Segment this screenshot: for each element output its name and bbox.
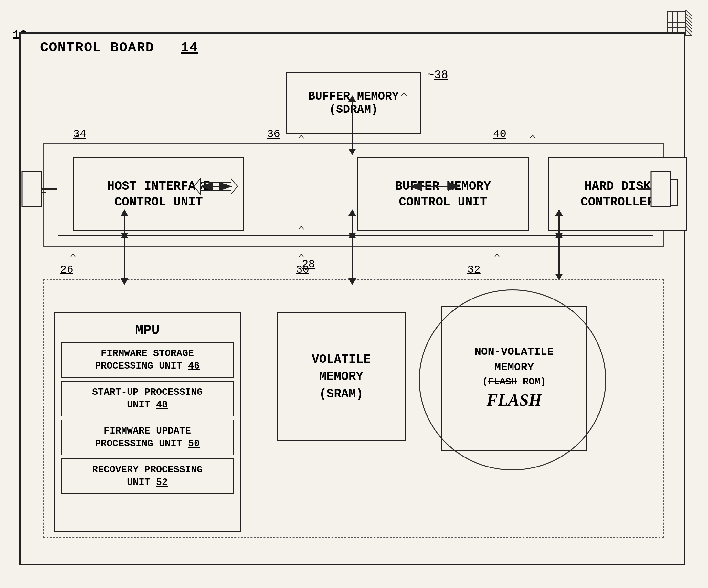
buffer-memory-ctrl-block: BUFFER MEMORY CONTROL UNIT [357, 157, 529, 231]
host-connector-left [28, 176, 46, 210]
page: 10 CONTROL BOARD 14 BUFFER MEMORY (SDRAM… [0, 0, 708, 588]
firmware-storage-line2: PROCESSING UNIT [95, 360, 182, 372]
nonvolatile-line3: (FLASH ROM) [482, 375, 546, 389]
volatile-line2: MEMORY [312, 368, 371, 385]
volatile-memory-block: VOLATILE MEMORY (SRAM) [276, 312, 406, 441]
startup-ref: 48 [156, 399, 168, 410]
startup-processing-block: START-UP PROCESSING UNIT 48 [61, 381, 234, 416]
flash-strikethrough: FLASH [488, 376, 517, 387]
buffer-memory-ctrl-line1: BUFFER MEMORY [395, 178, 491, 194]
firmware-storage-line1: FIRMWARE STORAGE [101, 348, 194, 359]
svg-line-13 [685, 29, 692, 35]
board-title: CONTROL BOARD 14 [40, 40, 198, 56]
svg-rect-0 [668, 11, 685, 32]
flash-label: FLASH [486, 389, 542, 412]
mpu-block: MPU FIRMWARE STORAGE PROCESSING UNIT 46 … [54, 312, 241, 532]
host-interface-line1: HOST INTERFACE [107, 178, 210, 194]
ref-38: ~38 [427, 68, 448, 82]
ref-40: 40 [493, 128, 506, 140]
mpu-label: MPU [135, 323, 159, 338]
startup-line1: START-UP PROCESSING [92, 387, 203, 398]
firmware-storage-ref: 46 [188, 360, 200, 372]
recovery-processing-block: RECOVERY PROCESSING UNIT 52 [61, 459, 234, 494]
board-number: 14 [181, 40, 198, 56]
ref-26: 26 [60, 264, 73, 276]
bottom-section: 26 30 32 MPU FIRMWARE STORAGE PROCESSING… [43, 279, 664, 538]
svg-rect-16 [29, 180, 39, 205]
outer-board: CONTROL BOARD 14 BUFFER MEMORY (SDRAM) ~… [20, 32, 685, 565]
ref-36: 36 [267, 128, 280, 140]
volatile-line1: VOLATILE [312, 351, 371, 368]
ref-28: 28 [302, 258, 315, 270]
buffer-memory-ctrl-line2: CONTROL UNIT [395, 194, 491, 210]
svg-line-10 [685, 19, 692, 26]
buffer-memory-top-line1: BUFFER MEMORY [308, 90, 399, 103]
volatile-line3: (SRAM) [312, 385, 371, 403]
nonvolatile-line1: NON-VOLATILE [475, 344, 554, 360]
ref-32: 32 [467, 264, 480, 276]
recovery-line1: RECOVERY PROCESSING [92, 464, 203, 475]
watermark-icon [666, 10, 692, 35]
svg-line-9 [685, 16, 692, 23]
host-interface-line2: CONTROL UNIT [107, 194, 210, 210]
nonvolatile-memory-block: NON-VOLATILE MEMORY (FLASH ROM) FLASH [441, 305, 587, 451]
inner-top-container: 34 36 40 HOST INTERFACE CONTROL UNIT BUF… [43, 143, 664, 247]
svg-line-14 [688, 29, 692, 32]
firmware-storage-block: FIRMWARE STORAGE PROCESSING UNIT 46 [61, 342, 234, 378]
svg-rect-18 [668, 180, 678, 205]
recovery-ref: 52 [156, 477, 168, 488]
ref-34: 34 [73, 128, 86, 140]
hard-disk-line1: HARD DISK [581, 178, 654, 194]
startup-line2: UNIT [127, 399, 150, 410]
firmware-update-line2: PROCESSING UNIT [95, 438, 182, 449]
buffer-memory-top-line2: (SDRAM) [329, 103, 378, 116]
recovery-line2: UNIT [127, 477, 150, 488]
hard-disk-connector-right [661, 176, 679, 210]
firmware-update-ref: 50 [188, 438, 200, 449]
svg-line-7 [685, 10, 692, 16]
board-title-text: CONTROL BOARD [40, 40, 154, 56]
firmware-update-line1: FIRMWARE UPDATE [104, 425, 191, 437]
host-interface-block: HOST INTERFACE CONTROL UNIT [73, 157, 244, 231]
buffer-memory-top-block: BUFFER MEMORY (SDRAM) [286, 72, 421, 134]
svg-line-8 [685, 13, 692, 19]
nonvolatile-line2: MEMORY [494, 360, 534, 375]
svg-line-11 [685, 23, 692, 29]
firmware-update-block: FIRMWARE UPDATE PROCESSING UNIT 50 [61, 420, 234, 455]
hard-disk-line2: CONTROLLER [581, 194, 654, 210]
